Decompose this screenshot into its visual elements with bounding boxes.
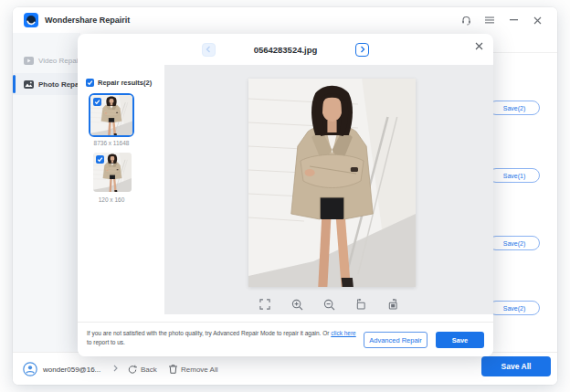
desktop-background: Wondershare Repairit [0, 0, 570, 392]
sidebar: Video Repair Photo Repair [13, 33, 80, 352]
zoom-out-icon[interactable] [322, 298, 335, 311]
sidebar-item-label: Video Repair [38, 57, 80, 65]
bottom-bar: wonder059@16... Back [13, 352, 557, 385]
sidebar-item-photo-repair[interactable]: Photo Repair [13, 73, 80, 95]
repairit-logo-icon [24, 13, 38, 27]
remove-all-label: Remove All [181, 366, 217, 374]
thumbnail-checkbox[interactable] [96, 155, 104, 164]
next-file-button[interactable] [355, 43, 369, 57]
previous-file-button[interactable] [202, 43, 216, 57]
file-save-button[interactable]: Save(2) [489, 236, 540, 250]
advanced-repair-button[interactable]: Advanced Repair [364, 332, 428, 348]
modal-footer: If you are not satisfied with the photo … [78, 322, 493, 356]
repair-results-panel: Repair results(2) 8736 x 11648 [78, 65, 164, 322]
thumbnail-checkbox[interactable] [93, 98, 101, 106]
preview-pane [164, 65, 493, 314]
back-label: Back [141, 366, 157, 374]
zoom-in-icon[interactable] [290, 298, 303, 311]
user-avatar-icon[interactable] [23, 362, 37, 376]
app-title: Wondershare Repairit [45, 16, 130, 25]
sidebar-item-video-repair[interactable]: Video Repair [13, 49, 80, 71]
account-chevron-icon[interactable] [113, 365, 118, 372]
title-bar: Wondershare Repairit [13, 7, 557, 33]
back-icon [128, 365, 137, 374]
select-all-checkbox[interactable] [86, 79, 94, 87]
close-modal-button[interactable] [473, 40, 484, 51]
preview-filename: 0564283524.jpg [254, 45, 318, 55]
file-save-button[interactable]: Save(1) [489, 168, 540, 183]
thumbnail-dimensions: 120 x 160 [79, 196, 143, 203]
save-all-button[interactable]: Save All [481, 356, 551, 376]
repair-results-header: Repair results(2) [86, 79, 152, 87]
repaired-photo-preview [248, 79, 416, 287]
modal-header: 0564283524.jpg [78, 34, 493, 65]
menu-button[interactable] [480, 12, 499, 28]
app-window: Wondershare Repairit [13, 7, 557, 385]
photo-repair-icon [24, 80, 34, 89]
notice-text: If you are not satisfied with the photo … [87, 330, 331, 336]
close-window-button[interactable] [528, 12, 546, 28]
thumbnail-dimensions: 8736 x 11648 [79, 140, 143, 146]
minimize-button[interactable] [504, 12, 522, 28]
modal-body: Repair results(2) 8736 x 11648 [78, 65, 493, 322]
account-email[interactable]: wonder059@16... [43, 366, 100, 374]
rotate-left-icon[interactable] [354, 298, 367, 311]
back-button[interactable]: Back [128, 365, 157, 374]
fullscreen-icon[interactable] [259, 298, 271, 311]
trash-icon [169, 365, 177, 374]
report-link[interactable]: click here [331, 330, 355, 336]
photo-preview-modal: 0564283524.jpg Repair results(2) [78, 34, 493, 356]
preview-toolbar [164, 298, 493, 311]
file-save-button[interactable]: Save(2) [489, 101, 540, 115]
advanced-repair-notice: If you are not satisfied with the photo … [87, 329, 357, 347]
support-headset-button[interactable] [457, 12, 475, 28]
remove-all-button[interactable]: Remove All [169, 365, 217, 374]
rotate-right-icon[interactable] [386, 298, 399, 311]
repaired-photo [248, 79, 416, 287]
modal-save-button[interactable]: Save [436, 332, 484, 348]
repair-results-label: Repair results(2) [98, 79, 152, 87]
active-indicator [13, 75, 16, 93]
video-repair-icon [24, 57, 34, 65]
file-save-button[interactable]: Save(2) [489, 301, 540, 315]
result-thumbnail[interactable] [93, 153, 132, 192]
notice-text: to report to us. [87, 339, 125, 345]
result-thumbnail-selected[interactable] [89, 93, 134, 137]
